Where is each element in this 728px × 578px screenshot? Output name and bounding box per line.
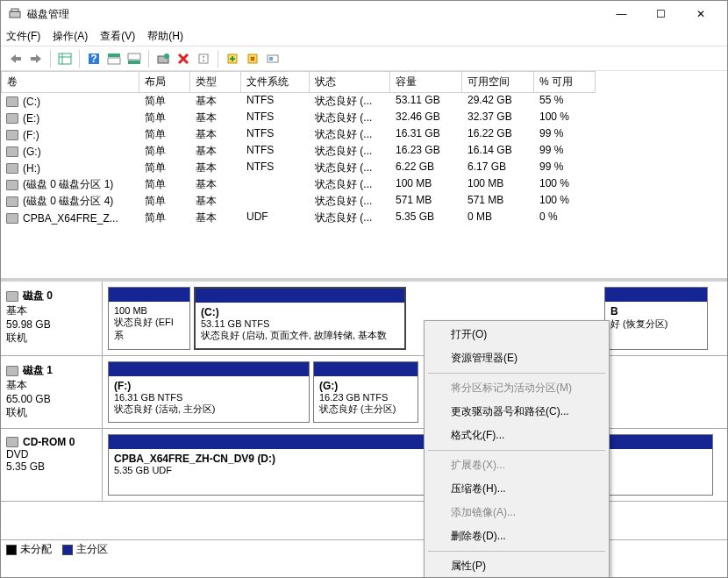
attach-icon[interactable] — [223, 49, 242, 68]
table-row[interactable]: (磁盘 0 磁盘分区 1)简单基本状态良好 (...100 MB100 MB10… — [1, 176, 727, 193]
table-row[interactable]: CPBA_X64FRE_Z...简单基本UDF状态良好 (...5.35 GB0… — [1, 210, 727, 226]
svg-rect-12 — [128, 61, 140, 64]
svg-rect-4 — [59, 54, 71, 64]
layout-button[interactable] — [55, 49, 75, 68]
table-row[interactable]: (F:)简单基本NTFS状态良好 (...16.31 GB16.22 GB99 … — [1, 126, 727, 143]
disk-icon — [6, 366, 18, 376]
svg-rect-3 — [31, 57, 36, 61]
svg-rect-1 — [11, 9, 18, 11]
svg-rect-9 — [108, 54, 120, 57]
partition[interactable]: 100 MB状态良好 (EFI 系 — [108, 287, 190, 350]
minimize-button[interactable]: — — [602, 2, 641, 26]
menu-item: 将分区标记为活动分区(M) — [426, 376, 607, 400]
help-icon[interactable]: ? — [84, 49, 103, 68]
legend-primary-color — [62, 545, 73, 555]
col-pct[interactable]: % 可用 — [534, 71, 596, 93]
volume-name: (F:) — [23, 129, 39, 141]
svg-rect-0 — [10, 11, 20, 18]
partition[interactable]: (F:)16.31 GB NTFS状态良好 (活动, 主分区) — [108, 361, 310, 423]
volume-icon — [6, 130, 18, 140]
col-type[interactable]: 类型 — [190, 71, 241, 93]
table-row[interactable]: (G:)简单基本NTFS状态良好 (...16.23 GB16.14 GB99 … — [1, 143, 727, 160]
disk-panel[interactable]: 磁盘 0基本59.98 GB联机100 MB状态良好 (EFI 系(C:)53.… — [1, 282, 727, 539]
delete-icon[interactable] — [174, 49, 193, 68]
menu-item: 添加镜像(A)... — [426, 501, 607, 524]
volume-icon — [6, 180, 18, 190]
volume-icon — [6, 96, 18, 107]
back-button[interactable] — [6, 49, 25, 68]
properties-icon[interactable] — [194, 49, 213, 68]
table-header: 卷 布局 类型 文件系统 状态 容量 可用空间 % 可用 — [1, 71, 727, 93]
volume-name: (E:) — [23, 112, 39, 125]
col-layout[interactable]: 布局 — [139, 71, 190, 93]
volume-name: (H:) — [23, 162, 40, 175]
disk-row: CD-ROM 0DVD5.35 GBCPBA_X64FRE_ZH-CN_DV9 … — [1, 429, 727, 502]
col-capacity[interactable]: 容量 — [390, 71, 462, 93]
disk-row: 磁盘 0基本59.98 GB联机100 MB状态良好 (EFI 系(C:)53.… — [1, 282, 727, 356]
app-icon — [8, 7, 22, 21]
col-fs[interactable]: 文件系统 — [241, 71, 310, 93]
menu-item[interactable]: 删除卷(D)... — [426, 524, 607, 548]
legend-primary: 主分区 — [76, 542, 108, 557]
menu-help[interactable]: 帮助(H) — [147, 29, 183, 44]
legend: 未分配 主分区 — [1, 539, 727, 559]
volume-icon — [6, 163, 18, 174]
menu-view[interactable]: 查看(V) — [100, 29, 135, 44]
volume-table[interactable]: 卷 布局 类型 文件系统 状态 容量 可用空间 % 可用 (C:)简单基本NTF… — [1, 71, 727, 282]
menu-action[interactable]: 操作(A) — [53, 29, 88, 44]
volume-name: (C:) — [23, 96, 40, 108]
rescan-icon[interactable] — [263, 49, 282, 68]
partition[interactable]: (C:)53.11 GB NTFS状态良好 (启动, 页面文件, 故障转储, 基… — [194, 287, 406, 350]
svg-point-14 — [164, 54, 169, 59]
disk-info[interactable]: 磁盘 0基本59.98 GB联机 — [1, 282, 103, 355]
close-button[interactable]: ✕ — [681, 2, 720, 26]
legend-unalloc-color — [6, 545, 17, 555]
refresh-icon[interactable] — [153, 49, 173, 68]
volume-icon — [6, 196, 18, 207]
maximize-button[interactable]: ☐ — [641, 2, 681, 26]
partition[interactable]: B好 (恢复分区) — [604, 287, 708, 350]
toolbar: ? — [1, 46, 727, 71]
disk-info[interactable]: CD-ROM 0DVD5.35 GB — [1, 429, 103, 501]
disk-icon — [6, 437, 18, 447]
menubar: 文件(F) 操作(A) 查看(V) 帮助(H) — [1, 27, 727, 46]
svg-point-16 — [203, 56, 204, 58]
volume-name: (磁盘 0 磁盘分区 1) — [23, 177, 113, 192]
col-volume[interactable]: 卷 — [1, 71, 139, 93]
list-top-icon[interactable] — [104, 49, 124, 68]
volume-icon — [6, 146, 18, 157]
list-bottom-icon[interactable] — [125, 49, 144, 68]
partition[interactable]: CPBA_X64FRE_ZH-CN_DV9 (D:)5.35 GB UDF — [108, 434, 713, 496]
svg-rect-15 — [199, 54, 208, 63]
volume-icon — [6, 113, 18, 124]
menu-item[interactable]: 打开(O) — [426, 323, 607, 346]
svg-rect-10 — [108, 58, 120, 64]
menu-item[interactable]: 更改驱动器号和路径(C)... — [426, 400, 607, 424]
menu-item[interactable]: 格式化(F)... — [426, 424, 607, 447]
menu-item[interactable]: 资源管理器(E) — [426, 346, 607, 370]
window-title: 磁盘管理 — [27, 7, 602, 22]
svg-rect-21 — [269, 57, 273, 61]
legend-unalloc: 未分配 — [20, 542, 52, 557]
disk-icon — [6, 291, 18, 302]
table-row[interactable]: (E:)简单基本NTFS状态良好 (...32.46 GB32.37 GB100… — [1, 110, 727, 126]
svg-point-17 — [203, 60, 204, 61]
svg-rect-2 — [16, 57, 21, 61]
menu-item[interactable]: 压缩卷(H)... — [426, 477, 607, 501]
table-row[interactable]: (磁盘 0 磁盘分区 4)简单基本状态良好 (...571 MB571 MB10… — [1, 193, 727, 210]
disk-info[interactable]: 磁盘 1基本65.00 GB联机 — [1, 356, 103, 428]
svg-rect-11 — [128, 54, 140, 60]
disk-row: 磁盘 1基本65.00 GB联机(F:)16.31 GB NTFS状态良好 (活… — [1, 356, 727, 429]
svg-text:?: ? — [90, 53, 96, 65]
table-row[interactable]: (C:)简单基本NTFS状态良好 (...53.11 GB29.42 GB55 … — [1, 93, 727, 110]
col-status[interactable]: 状态 — [310, 71, 390, 93]
table-row[interactable]: (H:)简单基本NTFS状态良好 (...6.22 GB6.17 GB99 % — [1, 160, 727, 176]
partition[interactable]: (G:)16.23 GB NTFS状态良好 (主分区) — [313, 361, 418, 423]
col-free[interactable]: 可用空间 — [462, 71, 534, 93]
detach-icon[interactable] — [243, 49, 262, 68]
menu-item[interactable]: 属性(P) — [426, 554, 607, 578]
forward-button[interactable] — [26, 49, 46, 68]
titlebar: 磁盘管理 — ☐ ✕ — [1, 1, 727, 27]
volume-name: CPBA_X64FRE_Z... — [23, 212, 118, 225]
menu-file[interactable]: 文件(F) — [6, 29, 40, 44]
